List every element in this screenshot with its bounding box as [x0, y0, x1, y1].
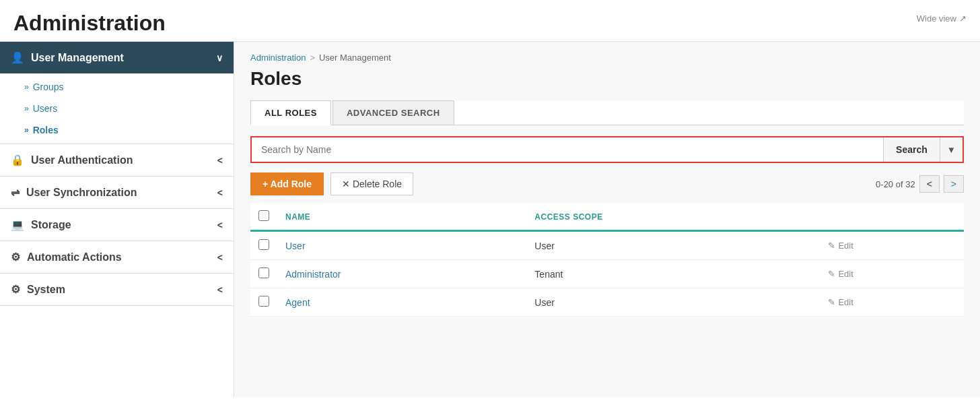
sidebar-label-user-authentication: User Authentication [31, 154, 133, 166]
table-header-row: NAME ACCESS SCOPE [250, 203, 964, 231]
breadcrumb-user-management: User Management [319, 53, 391, 63]
tab-advanced-search[interactable]: ADVANCED SEARCH [332, 100, 454, 125]
search-dropdown-button[interactable]: ▼ [940, 137, 963, 162]
search-button[interactable]: Search [884, 137, 940, 162]
tab-all-roles[interactable]: ALL ROLES [250, 100, 331, 125]
pagination-text: 0-20 of 32 [876, 179, 915, 189]
row-checkbox-cell [250, 260, 277, 288]
sidebar-header-user-management[interactable]: 👤 User Management ∨ [0, 42, 234, 73]
search-input[interactable] [252, 137, 883, 162]
bullet-icon: » [24, 125, 29, 135]
row-name: Administrator [277, 260, 526, 288]
th-checkbox [250, 203, 277, 231]
sidebar-header-system[interactable]: ⚙ System < [0, 274, 234, 305]
row-checkbox[interactable] [258, 296, 269, 307]
tabs-container: ALL ROLES ADVANCED SEARCH [250, 100, 964, 125]
wide-view-icon: ↗ [959, 13, 967, 24]
row-name: Agent [277, 288, 526, 317]
row-edit-cell: ✎ Edit [820, 260, 964, 288]
sidebar-section-user-authentication: 🔒 User Authentication < [0, 144, 234, 177]
chevron-down-icon: ▼ [947, 145, 956, 155]
edit-link[interactable]: ✎ Edit [828, 297, 956, 307]
row-edit-cell: ✎ Edit [820, 288, 964, 317]
storage-icon: 💻 [11, 218, 24, 231]
edit-icon: ✎ [828, 269, 835, 279]
sidebar-section-system: ⚙ System < [0, 274, 234, 306]
action-bar-left: + Add Role ✕ Delete Role [250, 172, 413, 195]
row-access-scope: Tenant [526, 260, 820, 288]
row-checkbox-cell [250, 231, 277, 260]
system-icon: ⚙ [11, 283, 20, 296]
roles-table: NAME ACCESS SCOPE User User ✎ Edit [250, 203, 964, 317]
delete-role-button[interactable]: ✕ Delete Role [330, 172, 413, 195]
row-name: User [277, 231, 526, 260]
sidebar-label-automatic-actions: Automatic Actions [27, 251, 122, 263]
table-row: User User ✎ Edit [250, 231, 964, 260]
select-all-checkbox[interactable] [258, 210, 269, 221]
sidebar-item-roles[interactable]: » Roles [0, 119, 234, 141]
edit-icon: ✎ [828, 297, 835, 307]
automatic-actions-icon: ⚙ [11, 251, 20, 263]
role-name-link[interactable]: User [285, 241, 306, 251]
row-edit-cell: ✎ Edit [820, 231, 964, 260]
action-bar: + Add Role ✕ Delete Role 0-20 of 32 < > [250, 172, 964, 195]
sidebar-section-user-management: 👤 User Management ∨ » Groups » Users » R… [0, 42, 234, 144]
row-access-scope: User [526, 288, 820, 317]
pagination-info: 0-20 of 32 < > [876, 175, 964, 193]
chevron-left-icon: < [217, 155, 223, 166]
breadcrumb-separator: > [310, 53, 315, 63]
sidebar-header-automatic-actions[interactable]: ⚙ Automatic Actions < [0, 241, 234, 273]
breadcrumb: Administration > User Management [250, 53, 964, 63]
row-checkbox[interactable] [258, 268, 269, 278]
table-row: Agent User ✎ Edit [250, 288, 964, 317]
search-bar: Search ▼ [250, 136, 964, 163]
wide-view-label: Wide view [917, 13, 956, 24]
sidebar-label-user-synchronization: User Synchronization [26, 187, 137, 199]
section-title: Roles [250, 68, 964, 90]
sidebar-label-system: System [27, 284, 65, 296]
main-content: Administration > User Management Roles A… [234, 42, 980, 397]
sidebar-label-storage: Storage [31, 219, 71, 231]
pagination-next-button[interactable]: > [944, 175, 964, 193]
add-role-button[interactable]: + Add Role [250, 172, 324, 195]
sidebar-label-user-management: User Management [31, 52, 124, 64]
edit-link[interactable]: ✎ Edit [828, 241, 956, 251]
sidebar-header-user-authentication[interactable]: 🔒 User Authentication < [0, 144, 234, 176]
role-name-link[interactable]: Administrator [285, 269, 341, 280]
chevron-down-icon: ∨ [216, 53, 223, 63]
breadcrumb-administration[interactable]: Administration [250, 53, 306, 63]
bullet-icon: » [24, 104, 29, 113]
chevron-left-icon: < [217, 284, 223, 295]
page-title: Administration [13, 11, 166, 36]
row-checkbox-cell [250, 288, 277, 317]
page-header: Administration Wide view ↗ [0, 0, 980, 42]
sidebar-section-user-synchronization: ⇌ User Synchronization < [0, 177, 234, 209]
sidebar-section-storage: 💻 Storage < [0, 209, 234, 241]
wide-view-link[interactable]: Wide view ↗ [917, 13, 967, 24]
role-name-link[interactable]: Agent [285, 297, 310, 308]
sidebar-item-groups[interactable]: » Groups [0, 76, 234, 98]
pagination-prev-button[interactable]: < [919, 175, 940, 193]
edit-link[interactable]: ✎ Edit [828, 269, 956, 279]
bullet-icon: » [24, 82, 29, 92]
lock-icon: 🔒 [11, 154, 24, 166]
chevron-left-icon: < [217, 187, 223, 198]
sidebar-header-user-synchronization[interactable]: ⇌ User Synchronization < [0, 177, 234, 208]
edit-icon: ✎ [828, 241, 835, 251]
th-actions [820, 203, 964, 231]
user-management-icon: 👤 [11, 51, 24, 64]
row-access-scope: User [526, 231, 820, 260]
chevron-left-icon: < [217, 252, 223, 263]
search-button-group: Search ▼ [883, 137, 963, 162]
th-access-scope: ACCESS SCOPE [526, 203, 820, 231]
sidebar-sub-items-user-management: » Groups » Users » Roles [0, 73, 234, 144]
sidebar-section-automatic-actions: ⚙ Automatic Actions < [0, 241, 234, 274]
row-checkbox[interactable] [258, 239, 269, 250]
sidebar-header-storage[interactable]: 💻 Storage < [0, 209, 234, 241]
sidebar: 👤 User Management ∨ » Groups » Users » R… [0, 42, 234, 397]
th-name: NAME [277, 203, 526, 231]
sync-icon: ⇌ [11, 186, 20, 199]
sidebar-item-users[interactable]: » Users [0, 98, 234, 119]
main-layout: 👤 User Management ∨ » Groups » Users » R… [0, 42, 980, 397]
chevron-left-icon: < [217, 220, 223, 230]
